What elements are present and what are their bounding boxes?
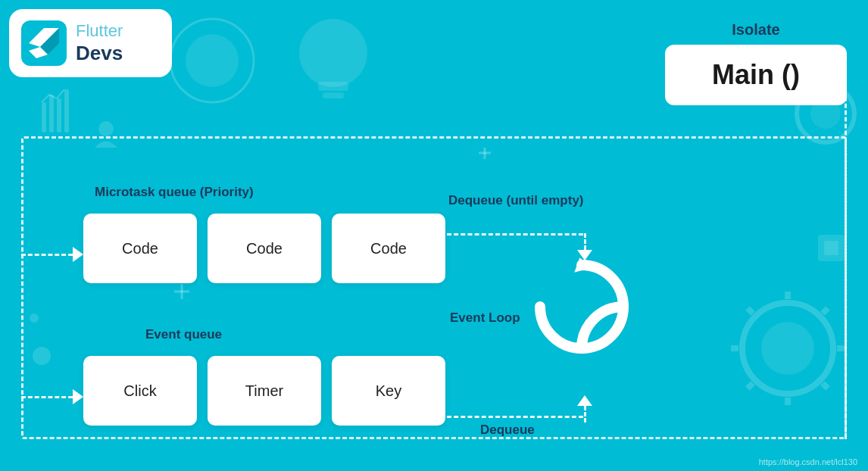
logo-container: Flutter Devs [9, 9, 172, 77]
svg-rect-17 [42, 102, 46, 133]
svg-line-13 [748, 383, 753, 388]
watermark: https://blog.csdn.net/lcl130 [759, 457, 857, 466]
event-loop-label: Event Loop [450, 310, 520, 326]
svg-rect-3 [318, 82, 348, 91]
arrow-up-bottom [577, 395, 592, 423]
event-queue-label: Event queue [145, 327, 222, 342]
svg-rect-19 [57, 98, 61, 133]
event-loop-circle [529, 254, 635, 360]
dashed-line-top [447, 233, 583, 236]
event-arrow [21, 389, 83, 404]
arrow-up-head [577, 395, 592, 406]
dequeue-top-label: Dequeue (until empty) [448, 193, 584, 208]
svg-line-14 [823, 383, 828, 388]
isolate-box: Main () [665, 45, 847, 105]
svg-point-1 [186, 34, 239, 87]
event-arrow-head [73, 389, 83, 404]
logo-flutter-label: Flutter [76, 21, 123, 41]
microtask-arrow [21, 247, 83, 262]
event-loop-container [529, 254, 635, 363]
event-card-click: Click [83, 356, 197, 426]
svg-point-6 [761, 322, 814, 375]
svg-line-11 [748, 308, 753, 313]
event-card-key: Key [332, 356, 445, 426]
svg-rect-20 [64, 89, 69, 133]
arrow-down-stem [584, 233, 586, 250]
svg-point-2 [299, 19, 367, 87]
logo-text: Flutter Devs [76, 21, 123, 65]
svg-point-0 [170, 19, 254, 102]
svg-point-22 [30, 313, 39, 323]
microtask-card-2: Code [208, 214, 321, 283]
isolate-label: Isolate [665, 21, 847, 39]
event-cards-row: Click Timer Key [83, 356, 445, 426]
svg-rect-18 [49, 95, 54, 133]
svg-rect-4 [323, 92, 344, 98]
logo-devs-label: Devs [76, 42, 123, 65]
event-card-timer: Timer [208, 356, 321, 426]
svg-point-29 [98, 121, 114, 136]
microtask-card-1: Code [83, 214, 197, 283]
arrow-up-stem [584, 406, 586, 423]
isolate-section: Isolate Main () [665, 21, 847, 105]
main-label: Main () [712, 59, 800, 91]
svg-line-12 [823, 308, 828, 313]
svg-point-5 [742, 303, 833, 394]
event-dashed-line [21, 396, 73, 398]
microtask-dashed-line [21, 254, 73, 256]
svg-point-21 [33, 347, 51, 365]
flutter-logo-icon [21, 20, 67, 66]
microtask-card-3: Code [332, 214, 445, 283]
microtask-queue-label: Microtask queue (Priority) [95, 185, 254, 200]
microtask-arrow-head [73, 247, 83, 262]
dequeue-bottom-label: Dequeue [480, 423, 535, 438]
dashed-line-bottom [447, 416, 583, 418]
svg-rect-27 [818, 235, 845, 261]
microtask-cards-row: Code Code Code [83, 214, 445, 283]
vertical-dashed-right [845, 83, 847, 439]
svg-rect-28 [824, 241, 838, 255]
